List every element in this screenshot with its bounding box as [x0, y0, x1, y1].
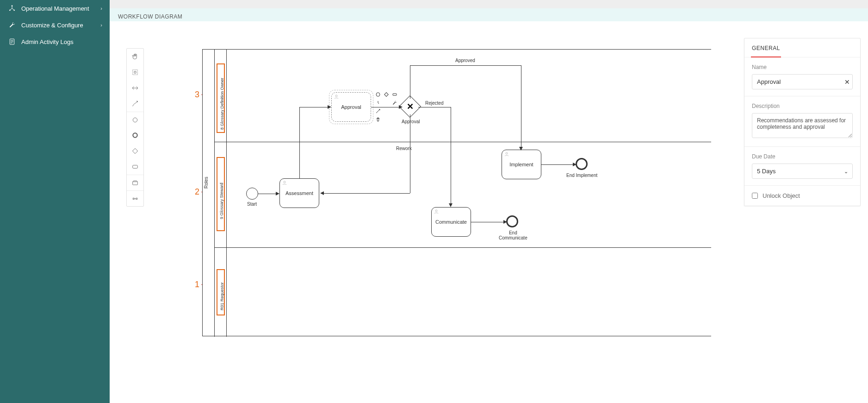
- flow-rejected-h: [418, 107, 451, 107]
- end-event-implement[interactable]: [576, 158, 588, 170]
- task-label: Assessment: [285, 190, 313, 196]
- prop-unlock-group: Unlock Object: [744, 186, 860, 206]
- arrow-icon: [573, 163, 577, 166]
- edge-label-approved: Approved: [455, 58, 475, 63]
- svg-point-5: [133, 118, 137, 122]
- ctx-delete-icon[interactable]: [375, 116, 381, 123]
- lane-label-strip: 8 Glossary Definition Owner: [215, 50, 227, 142]
- prop-duedate-label: Due Date: [752, 153, 853, 160]
- flow-approved-seg2: [410, 65, 521, 66]
- svg-rect-4: [133, 70, 138, 75]
- tool-task[interactable]: [127, 159, 143, 175]
- lane-label: 8 Glossary Definition Owner: [220, 65, 224, 130]
- sidebar: Operational Management › Customize & Con…: [0, 0, 110, 403]
- lane-label: 9 Glossary Steward: [219, 168, 224, 219]
- tool-hand[interactable]: [127, 49, 143, 64]
- end-implement-label: End Implement: [566, 173, 597, 178]
- end-communicate-label: End Communicate: [499, 230, 527, 240]
- arrow-icon: [399, 105, 403, 109]
- arrow-icon: [503, 220, 507, 224]
- description-textarea[interactable]: Recommendations are assessed for complet…: [752, 113, 853, 138]
- flow-approval-to-gateway: [371, 107, 400, 107]
- flow-rejected-v: [451, 107, 451, 205]
- toolbox: [126, 48, 144, 207]
- svg-rect-14: [393, 94, 397, 95]
- sidebar-item-label: Admin Activity Logs: [21, 38, 74, 45]
- sidebar-item-label: Customize & Configure: [21, 22, 83, 29]
- sidebar-item-operational-management[interactable]: Operational Management ›: [0, 0, 110, 17]
- flow-rework-v: [410, 114, 410, 193]
- chevron-right-icon: ›: [100, 6, 102, 11]
- unlock-checkbox[interactable]: [752, 193, 758, 199]
- svg-rect-10: [133, 198, 134, 199]
- flow-rework-h: [323, 193, 410, 194]
- tool-start-event[interactable]: [127, 112, 143, 127]
- unlock-label: Unlock Object: [763, 192, 800, 199]
- sidebar-item-label: Operational Management: [21, 5, 89, 12]
- arrow-icon: [519, 147, 523, 151]
- ctx-append-task-icon[interactable]: [391, 91, 398, 98]
- flow-impl-to-end: [541, 164, 574, 165]
- ctx-annotate-icon[interactable]: [375, 100, 381, 106]
- svg-rect-9: [133, 182, 138, 185]
- tool-space[interactable]: [127, 80, 143, 96]
- ctx-connect-icon[interactable]: [375, 108, 381, 114]
- lane-label-strip: 9 Glossary Steward: [215, 142, 227, 247]
- svg-point-0: [12, 5, 13, 6]
- name-input[interactable]: [752, 74, 853, 89]
- duedate-select[interactable]: 5 Days: [752, 164, 853, 179]
- flow-start-to-assessment: [258, 194, 277, 194]
- flow-assess-to-approval-v: [299, 107, 300, 178]
- task-label: Implement: [509, 162, 533, 167]
- task-label: Communicate: [435, 219, 467, 225]
- bpmn-diagram[interactable]: Roles 8 Glossary Definition Owner Approv…: [202, 49, 711, 336]
- annotation-3: 3: [195, 90, 199, 100]
- sidebar-item-customize-configure[interactable]: Customize & Configure ›: [0, 17, 110, 33]
- sidebar-item-admin-activity-logs[interactable]: Admin Activity Logs: [0, 33, 110, 50]
- tool-connect[interactable]: [127, 96, 143, 112]
- task-communicate[interactable]: Communicate: [431, 207, 471, 237]
- lane-glossary-steward[interactable]: 9 Glossary Steward Start Assessment: [215, 142, 711, 248]
- lane-label: R01 Requestor: [220, 273, 224, 310]
- tool-end-event[interactable]: [127, 127, 143, 143]
- edge-label-rework: Rework: [396, 146, 412, 151]
- gateway-label: Approval: [402, 119, 420, 124]
- top-grey-bar: [110, 0, 868, 8]
- lane-glossary-definition-owner[interactable]: 8 Glossary Definition Owner Approval: [215, 50, 711, 142]
- flow-comm-to-end: [471, 222, 504, 222]
- log-icon: [7, 38, 17, 45]
- svg-point-12: [376, 93, 380, 96]
- svg-rect-7: [132, 148, 137, 153]
- prop-name-label: Name: [752, 64, 853, 70]
- task-implement[interactable]: Implement: [502, 150, 541, 179]
- tool-subprocess[interactable]: [127, 175, 143, 190]
- arrow-icon: [320, 191, 324, 195]
- tool-data-object[interactable]: [127, 190, 143, 206]
- arrow-icon: [276, 192, 279, 195]
- lane-requestor[interactable]: R01 Requestor: [215, 248, 711, 337]
- clear-name-button[interactable]: ✕: [844, 78, 850, 86]
- svg-point-6: [133, 133, 137, 137]
- lane-label-strip: R01 Requestor: [215, 248, 227, 337]
- end-event-communicate[interactable]: [506, 215, 518, 227]
- chevron-right-icon: ›: [100, 22, 102, 28]
- task-approval[interactable]: Approval: [331, 92, 371, 122]
- annotation-1: 1: [195, 280, 199, 290]
- pool-label: Roles: [204, 176, 209, 189]
- tool-gateway[interactable]: [127, 143, 143, 159]
- start-event[interactable]: [246, 188, 258, 200]
- task-assessment[interactable]: Assessment: [279, 178, 319, 208]
- prop-duedate-group: Due Date 5 Days ⌄: [744, 147, 860, 186]
- edge-label-rejected: Rejected: [425, 101, 443, 106]
- annotation-2: 2: [195, 187, 199, 197]
- ctx-append-event-icon[interactable]: [375, 91, 381, 98]
- network-icon: [7, 5, 17, 12]
- canvas: 3 2 1 Roles 8 Glossary Definition Owner: [110, 21, 868, 403]
- svg-rect-11: [136, 198, 137, 199]
- flow-approved-seg1: [410, 65, 410, 99]
- wrench-icon: [7, 21, 17, 29]
- tool-lasso[interactable]: [127, 64, 143, 80]
- tab-general[interactable]: GENERAL: [744, 38, 787, 57]
- ctx-append-gateway-icon[interactable]: [383, 91, 390, 98]
- ctx-wrench-icon[interactable]: [391, 100, 398, 106]
